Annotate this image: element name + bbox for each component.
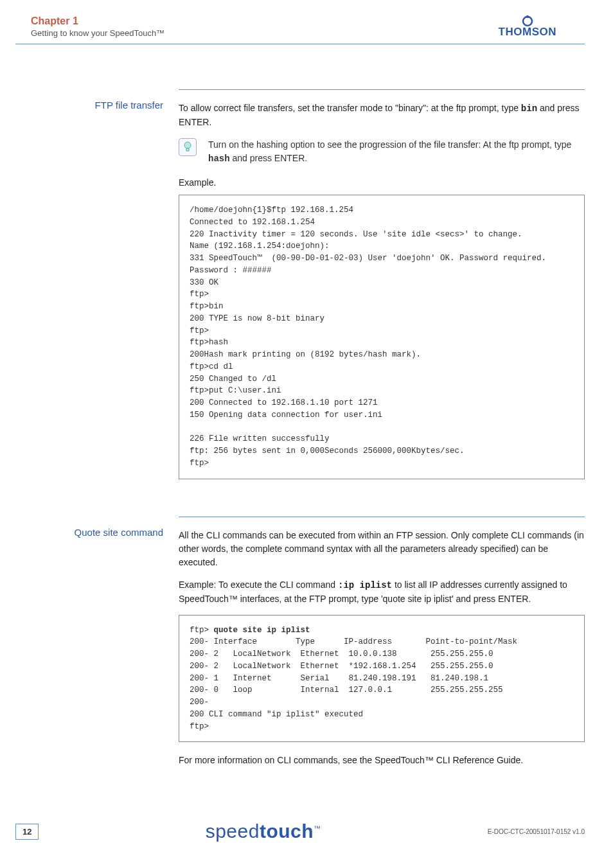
tip-pre: Turn on the hashing option to see the pr… [208,139,571,150]
code-box-quote: ftp> quote site ip iplist 200- Interface… [179,615,585,743]
quote-para3: For more information on CLI commands, se… [179,754,585,767]
example-label: Example. [179,176,585,190]
page-header: Chapter 1 Getting to know your SpeedTouc… [15,0,585,44]
code-bold: quote site ip iplist [214,626,310,635]
para2-cmd: :ip iplist [338,580,392,590]
tip-row: Turn on the hashing option to see the pr… [179,138,585,166]
brand-text: THOMSON [499,26,556,39]
svg-rect-3 [186,148,189,151]
tip-cmd: hash [208,154,230,164]
quote-para2: Example: To execute the CLI command :ip … [179,578,585,606]
footer-logo: speedtouch™ [39,820,487,842]
logo-tm: ™ [314,824,321,832]
content-area: FTP file transfer To allow correct file … [0,44,613,776]
section-body-quote: All the CLI commands can be executed fro… [179,517,585,777]
code-rest: 200- Interface Type IP-address Point-to-… [190,637,517,731]
logo-bold: touch [260,820,314,842]
intro-paragraph: To allow correct file transfers, set the… [179,102,585,129]
code-prefix: ftp> [190,626,214,635]
svg-rect-1 [526,15,528,18]
page-number: 12 [15,824,39,840]
code-box-ftp: /home/doejohn{1}$ftp 192.168.1.254 Conne… [179,195,585,479]
tip-post: and press ENTER. [230,153,308,163]
section-body-ftp: To allow correct file transfers, set the… [179,89,585,491]
side-label-ftp: FTP file transfer [15,89,179,491]
quote-para1: All the CLI commands can be executed fro… [179,529,585,569]
logo-light: speed [206,820,260,842]
tip-text: Turn on the hashing option to see the pr… [208,138,585,166]
svg-point-2 [184,142,191,148]
chapter-title: Chapter 1 [31,15,164,27]
section-ftp-transfer: FTP file transfer To allow correct file … [15,89,585,491]
chapter-subtitle: Getting to know your SpeedTouch™ [31,28,164,38]
section-quote-site: Quote site command All the CLI commands … [15,517,585,777]
intro-pre: To allow correct file transfers, set the… [179,103,521,113]
lightbulb-icon [179,138,197,156]
side-label-quote: Quote site command [15,517,179,777]
para2-pre: Example: To execute the CLI command [179,580,338,590]
svg-point-0 [523,17,532,26]
doc-id: E-DOC-CTC-20051017-0152 v1.0 [488,828,585,835]
intro-cmd: bin [521,103,537,114]
page-footer: 12 speedtouch™ E-DOC-CTC-20051017-0152 v… [0,820,613,842]
header-left: Chapter 1 Getting to know your SpeedTouc… [31,15,164,38]
brand-logo: THOMSON [499,15,556,39]
